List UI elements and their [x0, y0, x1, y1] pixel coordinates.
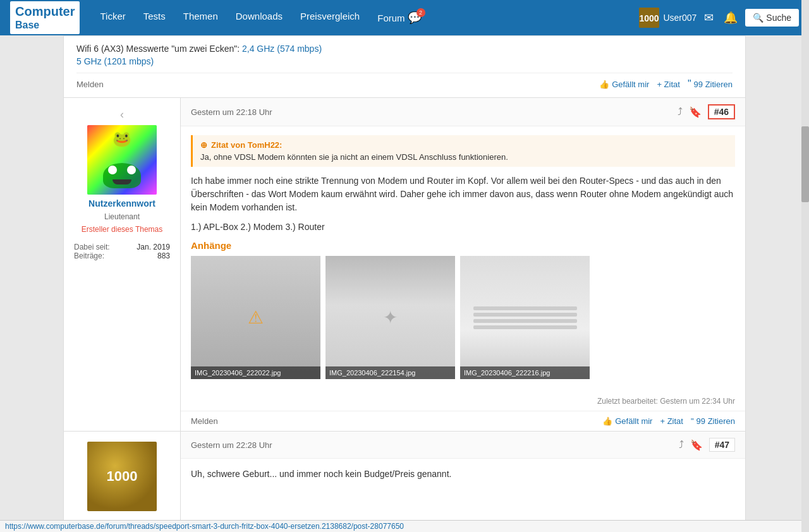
- quote-text-46: Ja, ohne VDSL Modem könnten sie ja nicht…: [200, 152, 727, 162]
- nav-themen[interactable]: Themen: [176, 6, 226, 30]
- search-label: Suche: [766, 13, 791, 23]
- attachment-2-filename: IMG_20230406_222154.jpg: [325, 366, 455, 379]
- attachment-3[interactable]: IMG_20230406_222216.jpg: [460, 256, 590, 379]
- quote-block-46: ⊕ Zitat von TomH22: Ja, ohne VDSL Modem …: [191, 135, 735, 167]
- logo-text-top: Computer: [15, 4, 75, 19]
- wifi-link-5[interactable]: 5 GHz (1201 mbps): [76, 56, 154, 66]
- post-46-footer: Melden 👍 Gefällt mir + Zitat " 99 Zitier…: [181, 411, 745, 431]
- melden-46-btn[interactable]: Melden: [191, 416, 218, 426]
- user-avatar-46: 🐸: [87, 125, 157, 195]
- post-46-text-1: Ich habe immer noch eine strikte Trennun…: [191, 174, 735, 214]
- quote-icon-46: ": [691, 416, 694, 426]
- thumb-img-1: ⚠: [191, 256, 320, 379]
- post-46-text-2: 1.) APL-Box 2.) Modem 3.) Router: [191, 221, 735, 234]
- zitieren-46-btn[interactable]: " 99 Zitieren: [691, 416, 735, 426]
- thumbs-up-icon-46: 👍: [602, 416, 612, 426]
- attachment-3-filename: IMG_20230406_222216.jpg: [460, 366, 590, 379]
- wifi-link-24[interactable]: 2,4 GHz (574 mbps): [242, 44, 322, 54]
- top-gefaellt-btn[interactable]: 👍 Gefällt mir: [599, 78, 649, 90]
- posts-label: Beiträge:: [74, 251, 104, 260]
- bookmark-icon-47[interactable]: 🔖: [690, 439, 703, 451]
- post-47-sidebar: 1000: [64, 432, 181, 521]
- username-46[interactable]: Nutzerkennwort: [88, 198, 155, 209]
- search-icon: 🔍: [753, 13, 763, 23]
- nav-user[interactable]: 1000 User007: [639, 8, 696, 28]
- wifi-text-1: Wifi 6 (AX3) Messwerte "um zwei Ecken": …: [76, 44, 733, 54]
- share-icon-47[interactable]: ⤴: [679, 439, 684, 450]
- post-46-card: ‹ 🐸 Nutzerkennwort Lieutenant Ersteller …: [63, 97, 746, 432]
- joined-label: Dabei seit:: [74, 243, 110, 251]
- gefaellt-46-btn[interactable]: 👍 Gefällt mir: [602, 416, 652, 426]
- coin-text: 1000: [107, 468, 138, 485]
- joined-row: Dabei seit: Jan. 2019: [74, 243, 170, 251]
- svg-text:1000: 1000: [640, 13, 659, 23]
- thumb-img-3: [460, 256, 590, 379]
- post-47-num[interactable]: #47: [709, 438, 735, 452]
- nav-preisvergleich[interactable]: Preisvergleich: [293, 6, 367, 30]
- attachments-grid: ⚠ IMG_20230406_222022.jpg ✦ IMG_20230406…: [191, 256, 735, 379]
- navbar: Computer Base Ticker Tests Themen Downlo…: [0, 0, 809, 35]
- scrollbar-thumb[interactable]: [801, 126, 809, 202]
- post-46-content: ⊕ Zitat von TomH22: Ja, ohne VDSL Modem …: [181, 126, 745, 394]
- user-rank-46: Lieutenant: [104, 212, 140, 221]
- logo-text-bottom: Base: [15, 19, 75, 31]
- post-46-header: Gestern um 22:18 Uhr ⤴ 🔖 #46: [181, 98, 745, 126]
- post-46-header-actions: ⤴ 🔖 #46: [678, 104, 735, 119]
- post-47-time: Gestern um 22:28 Uhr: [191, 440, 272, 450]
- posts-row: Beiträge: 883: [74, 251, 170, 260]
- post-47-body: Gestern um 22:28 Uhr ⤴ 🔖 #47 Uh, schwere…: [181, 432, 745, 521]
- top-zitat-btn[interactable]: + Zitat: [657, 78, 680, 90]
- top-melden-btn[interactable]: Melden: [76, 78, 104, 90]
- user-avatar-img: 1000: [639, 8, 659, 28]
- joined-value: Jan. 2019: [137, 243, 170, 251]
- quote-icon: ⊕: [200, 140, 207, 150]
- attachment-1[interactable]: ⚠ IMG_20230406_222022.jpg: [191, 256, 320, 379]
- posts-value: 883: [157, 251, 170, 260]
- user-avatar-47: 1000: [87, 442, 157, 511]
- post-46-edited: Zuletzt bearbeitet: Gestern um 22:34 Uhr: [181, 394, 745, 411]
- user-meta-46: Dabei seit: Jan. 2019 Beiträge: 883: [74, 243, 170, 260]
- quote-author-46: ⊕ Zitat von TomH22:: [200, 140, 727, 150]
- nav-right: 1000 User007 ✉ 🔔 🔍 Suche: [639, 8, 799, 28]
- post-46-num[interactable]: #46: [708, 104, 735, 119]
- thumb-img-2: ✦: [325, 256, 455, 379]
- attachment-2[interactable]: ✦ IMG_20230406_222154.jpg: [325, 256, 455, 379]
- top-post-actions: Melden 👍 Gefällt mir + Zitat " 99 Zitier…: [76, 73, 733, 90]
- top-snippet: Wifi 6 (AX3) Messwerte "um zwei Ecken": …: [63, 35, 746, 97]
- nav-links: Ticker Tests Themen Downloads Preisvergl…: [92, 6, 639, 30]
- thumbs-up-icon: 👍: [599, 80, 609, 89]
- wifi-text-2: 5 GHz (1201 mbps): [76, 56, 733, 66]
- post-46-body: Gestern um 22:18 Uhr ⤴ 🔖 #46 ⊕ Zitat von…: [181, 98, 745, 431]
- nav-tests[interactable]: Tests: [136, 6, 173, 30]
- search-button[interactable]: 🔍 Suche: [745, 9, 799, 27]
- forum-chat-icon: 💬2: [408, 11, 422, 25]
- post-47-card: 1000 Gestern um 22:28 Uhr ⤴ 🔖 #47 Uh, sc…: [63, 432, 746, 522]
- nav-downloads[interactable]: Downloads: [228, 6, 290, 30]
- scrollbar[interactable]: [801, 0, 809, 522]
- nav-username: User007: [663, 13, 696, 23]
- quote-icon: ": [688, 78, 691, 90]
- share-icon[interactable]: ⤴: [678, 106, 683, 118]
- post-47-text: Uh, schwere Geburt... und immer noch kei…: [191, 468, 735, 481]
- page-container: Wifi 6 (AX3) Messwerte "um zwei Ecken": …: [63, 35, 746, 522]
- zitat-46-btn[interactable]: + Zitat: [660, 416, 683, 426]
- bell-icon[interactable]: 🔔: [721, 8, 740, 27]
- nav-ticker[interactable]: Ticker: [92, 6, 133, 30]
- nav-forum[interactable]: Forum 💬2: [370, 6, 429, 30]
- post-46-sidebar: ‹ 🐸 Nutzerkennwort Lieutenant Ersteller …: [64, 98, 181, 431]
- statusbar: https://www.computerbase.de/forum/thread…: [0, 520, 801, 522]
- attachment-1-filename: IMG_20230406_222022.jpg: [191, 366, 320, 379]
- site-logo[interactable]: Computer Base: [10, 1, 80, 33]
- top-zitieren-btn[interactable]: " 99 Zitieren: [688, 78, 733, 90]
- post-nav-back-icon[interactable]: ‹: [118, 108, 126, 121]
- user-role-46: Ersteller dieses Themas: [82, 225, 163, 234]
- attachments-label: Anhänge: [191, 240, 735, 251]
- nav-user-avatar: 1000: [639, 8, 659, 28]
- mail-icon[interactable]: ✉: [702, 8, 716, 27]
- post-46-time: Gestern um 22:18 Uhr: [191, 107, 272, 117]
- post-47-header-actions: ⤴ 🔖 #47: [679, 438, 735, 452]
- bookmark-icon[interactable]: 🔖: [689, 106, 702, 118]
- post-47-content: Uh, schwere Geburt... und immer noch kei…: [181, 459, 745, 496]
- post-47-header: Gestern um 22:28 Uhr ⤴ 🔖 #47: [181, 432, 745, 459]
